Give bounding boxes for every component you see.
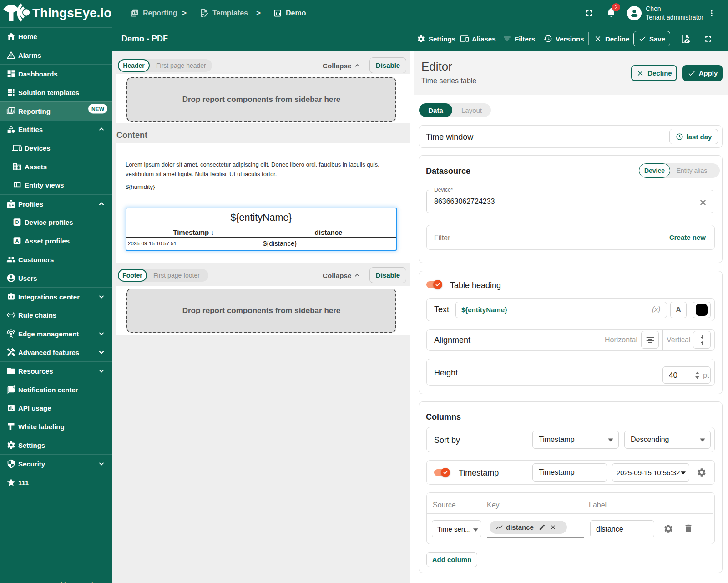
svg-text:ThingsEye.io: ThingsEye.io [32, 6, 111, 20]
svg-text:D: D [15, 219, 19, 225]
svg-text:A: A [15, 238, 19, 243]
